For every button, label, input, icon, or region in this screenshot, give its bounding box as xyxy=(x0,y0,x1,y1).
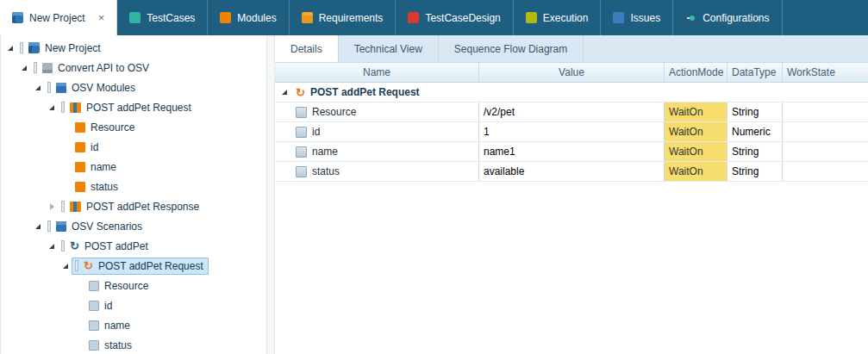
tree-item-label: New Project xyxy=(45,42,101,54)
tree-item-label: name xyxy=(91,161,116,173)
panel-bar-icon xyxy=(61,102,65,113)
panel-bar-icon xyxy=(47,220,51,232)
datatype-cell[interactable]: Numeric xyxy=(727,122,783,141)
tree-item-id-module[interactable]: id xyxy=(1,137,266,157)
tree-item-post-addpet-response-module[interactable]: POST addPet Response xyxy=(1,196,266,216)
row-name: name xyxy=(312,146,338,158)
datatype-cell[interactable]: String xyxy=(727,142,783,161)
tree-item-convert-api-to-osv[interactable]: Convert API to OSV xyxy=(1,58,266,78)
tree-item-name-module[interactable]: name xyxy=(1,157,266,177)
table-row-name[interactable]: name name1 WaitOn String xyxy=(275,142,868,162)
value-cell[interactable]: name1 xyxy=(479,142,665,161)
panel-bar-icon xyxy=(20,42,23,53)
expander-icon[interactable] xyxy=(32,82,44,94)
actionmode-cell[interactable]: WaitOn xyxy=(665,142,727,161)
tree-item-post-addpet-request-scenario[interactable]: POST addPet Request xyxy=(1,256,266,276)
value-cell[interactable]: 1 xyxy=(479,122,665,141)
expander-icon[interactable] xyxy=(4,42,16,54)
tab-sequence-flow-diagram[interactable]: Sequence Flow Diagram xyxy=(439,35,584,62)
tab-modules[interactable]: Modules xyxy=(208,0,289,35)
checkbox-icon[interactable] xyxy=(296,107,307,118)
main-content: New Project Convert API to OSV OSV Modul… xyxy=(0,35,868,354)
subtab-label: Technical View xyxy=(354,43,422,55)
tab-label: Requirements xyxy=(319,12,384,24)
column-header-datatype[interactable]: DataType xyxy=(727,63,783,82)
name-cell: status xyxy=(275,162,479,181)
orange-transform-icon xyxy=(70,102,81,113)
panel-bar-icon xyxy=(61,201,65,212)
table-row-status[interactable]: status available WaitOn String xyxy=(275,162,868,182)
expander-icon[interactable] xyxy=(32,220,44,233)
column-header-name[interactable]: Name xyxy=(275,63,479,82)
grid-empty-area xyxy=(275,182,868,354)
subtab-label: Sequence Flow Diagram xyxy=(454,43,567,55)
tab-testcasedesign[interactable]: TestCaseDesign xyxy=(396,0,513,35)
workstate-cell[interactable] xyxy=(783,102,868,121)
value-cell[interactable]: /v2/pet xyxy=(479,102,665,121)
blue-module-icon xyxy=(56,221,66,232)
tree-item-new-project[interactable]: New Project xyxy=(1,38,266,58)
tree-item-post-addpet[interactable]: POST addPet xyxy=(1,236,266,256)
tree-item-status-module[interactable]: status xyxy=(1,177,266,196)
close-icon[interactable] xyxy=(98,12,105,23)
tree-item-id-scenario[interactable]: id xyxy=(1,295,266,315)
orange-field-icon xyxy=(75,162,85,172)
tab-new-project[interactable]: New Project xyxy=(0,0,117,35)
expander-icon[interactable] xyxy=(278,86,290,98)
column-header-workstate[interactable]: WorkState xyxy=(783,63,868,82)
panel-splitter[interactable] xyxy=(266,35,275,354)
group-row-post-addpet-request[interactable]: POST addPet Request xyxy=(275,83,868,102)
tab-label: TestCaseDesign xyxy=(425,12,500,24)
column-header-actionmode[interactable]: ActionMode xyxy=(665,63,727,82)
expander-icon[interactable] xyxy=(18,62,30,74)
bluegray-field-icon xyxy=(89,301,99,311)
name-cell: id xyxy=(275,122,479,141)
datatype-cell[interactable]: String xyxy=(727,102,783,121)
workstate-cell[interactable] xyxy=(783,122,868,141)
tree-item-osv-scenarios[interactable]: OSV Scenarios xyxy=(1,216,266,236)
checkbox-icon[interactable] xyxy=(296,127,307,138)
requirements-folder-icon xyxy=(302,12,313,23)
subtab-label: Details xyxy=(290,43,322,55)
tree-item-osv-modules[interactable]: OSV Modules xyxy=(1,78,266,97)
expander-icon[interactable] xyxy=(46,201,58,213)
tree-item-name-scenario[interactable]: name xyxy=(1,315,266,335)
tab-label: New Project xyxy=(29,12,85,24)
actionmode-cell[interactable]: WaitOn xyxy=(665,122,727,141)
table-row-resource[interactable]: Resource /v2/pet WaitOn String xyxy=(275,102,868,122)
tree-item-label: OSV Modules xyxy=(72,82,135,94)
tree-item-resource-scenario[interactable]: Resource xyxy=(1,276,266,295)
tab-issues[interactable]: Issues xyxy=(601,0,673,35)
tab-details[interactable]: Details xyxy=(275,35,339,62)
actionmode-cell[interactable]: WaitOn xyxy=(665,162,727,181)
tab-configurations[interactable]: Configurations xyxy=(673,0,782,35)
expander-icon[interactable] xyxy=(46,240,58,252)
bluegray-field-icon xyxy=(89,340,99,351)
column-header-value[interactable]: Value xyxy=(479,63,665,82)
expander-icon[interactable] xyxy=(46,102,58,114)
tree-item-post-addpet-request-module[interactable]: POST addPet Request xyxy=(1,97,266,117)
tab-testcases[interactable]: TestCases xyxy=(117,0,208,35)
tree-item-status-scenario[interactable]: status xyxy=(1,335,266,354)
checkbox-icon[interactable] xyxy=(296,166,307,177)
testcasedesign-icon xyxy=(408,12,419,23)
value-cell[interactable]: available xyxy=(479,162,665,181)
expander-icon[interactable] xyxy=(59,260,72,272)
tab-technical-view[interactable]: Technical View xyxy=(339,35,439,62)
actionmode-cell[interactable]: WaitOn xyxy=(665,102,727,121)
tab-label: Modules xyxy=(237,12,276,24)
tree-item-label: POST addPet Request xyxy=(86,102,191,114)
refresh-orange-icon xyxy=(296,87,305,98)
configurations-toggle-icon xyxy=(685,12,696,23)
workstate-cell[interactable] xyxy=(783,142,868,161)
tab-execution[interactable]: Execution xyxy=(514,0,602,35)
tab-requirements[interactable]: Requirements xyxy=(290,0,397,35)
tree-item-resource-module[interactable]: Resource xyxy=(1,117,266,137)
datatype-cell[interactable]: String xyxy=(727,162,783,181)
workstate-cell[interactable] xyxy=(783,162,868,181)
table-row-id[interactable]: id 1 WaitOn Numeric xyxy=(275,122,868,142)
panel-bar-icon xyxy=(34,62,37,73)
tree-item-label: status xyxy=(104,339,132,351)
checkbox-icon[interactable] xyxy=(296,146,307,158)
gray-cube-icon xyxy=(42,63,53,73)
